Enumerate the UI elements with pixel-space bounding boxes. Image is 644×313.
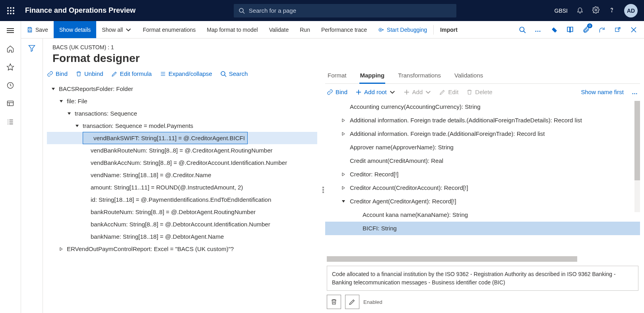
save-button[interactable]: Save <box>21 21 54 38</box>
caret-down-icon[interactable] <box>51 87 56 91</box>
find-icon[interactable] <box>518 26 526 34</box>
tree-node[interactable]: bankRouteNum: String[8..8] = @.DebtorAge… <box>83 206 317 218</box>
caret-right-icon[interactable] <box>59 247 64 251</box>
caret-down-icon[interactable] <box>59 99 64 104</box>
vertical-scrollbar[interactable] <box>634 101 640 212</box>
mapping-node[interactable]: Additional information. Foreign trade de… <box>325 114 640 127</box>
mapping-node[interactable]: Additional information. Foreign trade.(A… <box>325 127 640 141</box>
tree-node[interactable]: amount: String[11..11] = ROUND(@.Instruc… <box>83 181 317 193</box>
perf-trace-button[interactable]: Performance trace <box>316 21 372 38</box>
unbind-button[interactable]: Unbind <box>76 70 103 77</box>
list-icon <box>160 71 166 77</box>
tab-validations[interactable]: Validations <box>454 70 484 83</box>
expand-collapse-button[interactable]: Expand/collapse <box>160 70 212 77</box>
tree-node[interactable]: vendBankRouteNum: String[8..8] = @.Credi… <box>83 144 317 156</box>
import-button[interactable]: Import <box>435 21 463 38</box>
mapping-node[interactable]: Credit amount(CreditAmount): Real <box>325 154 640 168</box>
caret-right-icon[interactable] <box>341 172 346 177</box>
horizontal-scrollbar[interactable] <box>327 256 577 262</box>
svg-rect-33 <box>615 28 619 31</box>
hamburger-icon[interactable] <box>6 27 14 35</box>
caret-none <box>83 173 87 178</box>
mapping-node[interactable]: Accounting currency(AccountingCurrency):… <box>325 100 640 114</box>
close-icon[interactable] <box>630 26 638 34</box>
format-enum-button[interactable]: Format enumerations <box>137 21 201 38</box>
tab-transformations[interactable]: Transformations <box>397 70 442 83</box>
tab-mapping[interactable]: Mapping <box>359 70 386 84</box>
start-debug-button[interactable]: Start Debugging <box>372 21 433 38</box>
bell-icon[interactable] <box>576 6 584 15</box>
mapping-tree[interactable]: Accounting currency(AccountingCurrency):… <box>325 97 640 254</box>
caret-none <box>83 185 87 190</box>
tree-node[interactable]: ERVendOutPaymControlReport: Excel = "BAC… <box>59 243 317 255</box>
mapping-node[interactable]: Creditor Account(CreditorAccount): Recor… <box>325 181 640 195</box>
avatar[interactable]: AD <box>624 4 638 17</box>
search-input[interactable] <box>249 7 452 14</box>
caret-right-icon[interactable] <box>341 131 346 136</box>
validate-button[interactable]: Validate <box>264 21 295 38</box>
delete-icon-button[interactable] <box>327 295 341 309</box>
caret-down-icon[interactable] <box>341 199 346 204</box>
caret-right-icon[interactable] <box>341 185 346 190</box>
mapping-node[interactable]: BICFI: String <box>325 222 640 235</box>
tree-node[interactable]: vendName: String[18..18] = @.Creditor.Na… <box>83 169 317 181</box>
tree-node[interactable]: id: String[18..18] = @.PaymentIdentifica… <box>83 193 317 206</box>
attach-icon[interactable]: 0 <box>582 26 590 34</box>
refresh-icon[interactable] <box>598 26 606 34</box>
mapping-node[interactable]: Account kana name(KanaName): String <box>325 208 640 222</box>
tree-node-label: transactions: Sequence <box>75 108 137 119</box>
show-details-button[interactable]: Show details <box>54 21 96 38</box>
tree-node[interactable]: bankName: String[18..18] = @.DebtorAgent… <box>83 230 317 243</box>
popout-icon[interactable] <box>614 26 622 34</box>
search-button[interactable]: Search <box>220 70 248 77</box>
add-root-button[interactable]: Add root <box>355 89 396 95</box>
svg-point-27 <box>380 29 381 30</box>
tree-node[interactable]: file: File <box>59 95 317 107</box>
more-icon[interactable]: … <box>534 26 542 34</box>
bind-button[interactable]: Bind <box>47 70 68 77</box>
svg-marker-54 <box>342 173 345 176</box>
app-title: Finance and Operations Preview <box>25 6 136 15</box>
format-tree[interactable]: BACSReportsFolder: Folderfile: Filetrans… <box>43 79 321 313</box>
left-toolbar: Bind Unbind Edit formula Expand/collapse… <box>43 68 321 79</box>
help-icon[interactable] <box>608 6 615 15</box>
caret-right-icon[interactable] <box>341 118 346 123</box>
workspace-icon[interactable] <box>6 100 14 108</box>
svg-marker-46 <box>76 125 79 127</box>
filter-icon[interactable] <box>28 44 36 313</box>
mapping-node[interactable]: Creditor Agent(CreditorAgent): Record[!] <box>325 195 640 208</box>
mapping-node[interactable]: Creditor: Record[!] <box>325 168 640 181</box>
tree-node-label: amount: String[11..11] = ROUND(@.Instruc… <box>91 182 243 193</box>
right-more-button[interactable]: … <box>632 89 638 95</box>
run-button[interactable]: Run <box>294 21 316 38</box>
clock-icon[interactable] <box>6 81 14 89</box>
edit-formula-button[interactable]: Edit formula <box>111 70 152 77</box>
splitter[interactable] <box>321 68 325 313</box>
map-model-button[interactable]: Map format to model <box>201 21 263 38</box>
star-icon[interactable] <box>6 63 14 71</box>
edit-icon-button[interactable] <box>345 295 359 309</box>
global-search[interactable] <box>234 4 456 17</box>
chevron-down-icon <box>425 89 431 95</box>
mapping-node-label: Creditor: Record[!] <box>350 168 399 180</box>
mapping-node[interactable]: Approver name(ApproverName): String <box>325 141 640 154</box>
home-icon[interactable] <box>6 45 14 53</box>
tree-node[interactable]: transactions: Sequence <box>67 107 317 120</box>
caret-down-icon[interactable] <box>75 124 80 128</box>
tree-node[interactable]: bankAccNum: String[8..8] = @.DebtorAccou… <box>83 218 317 230</box>
company-label[interactable]: GBSI <box>555 8 568 14</box>
book-icon[interactable] <box>566 26 574 34</box>
modules-icon[interactable] <box>6 118 14 126</box>
tree-node[interactable]: vendBankAccNum: String[8..8] = @.Credito… <box>83 156 317 169</box>
show-name-first-button[interactable]: Show name first <box>581 89 624 95</box>
caret-down-icon[interactable] <box>67 111 72 116</box>
gear-icon[interactable] <box>592 6 599 15</box>
tab-format[interactable]: Format <box>327 70 347 83</box>
diamond-icon[interactable] <box>550 26 558 34</box>
app-launcher-icon[interactable] <box>0 7 21 14</box>
tree-node[interactable]: BACSReportsFolder: Folder <box>51 83 317 95</box>
show-all-button[interactable]: Show all <box>96 21 137 38</box>
tree-node[interactable]: vendBankSWIFT: String[11..11] = @.Credit… <box>83 132 248 144</box>
right-bind-button[interactable]: Bind <box>327 89 347 95</box>
tree-node[interactable]: transaction: Sequence = model.Payments <box>75 120 317 132</box>
